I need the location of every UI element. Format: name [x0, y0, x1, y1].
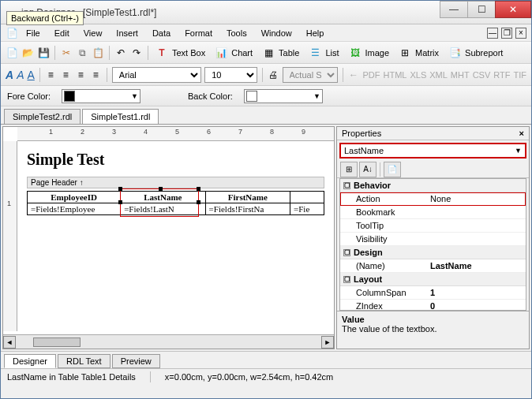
prop-row[interactable]: (Name)LastName [340, 259, 526, 273]
list-button[interactable]: ☰List [306, 45, 343, 61]
properties-panel: Properties × LastName▼ ⊞ A↓ 📄 ▢BehaviorA… [336, 126, 530, 349]
table-cell[interactable]: =Fields!FirstNa [205, 203, 290, 215]
scroll-right-icon[interactable]: ► [321, 336, 334, 349]
prop-row[interactable]: ToolTip [340, 219, 526, 233]
tab-designer[interactable]: Designer [4, 354, 56, 368]
menu-view[interactable]: View [77, 27, 109, 39]
zoom-select[interactable]: Actual Siz [283, 67, 338, 83]
undo-icon[interactable]: ↶ [114, 47, 127, 59]
prop-category[interactable]: ▢Layout [340, 273, 526, 286]
matrix-button[interactable]: ⊞Matrix [396, 45, 443, 61]
export-pdf[interactable]: PDF [362, 70, 380, 80]
properties-close-icon[interactable]: × [519, 129, 524, 138]
underline-icon[interactable]: A [27, 69, 34, 81]
maximize-button[interactable]: ☐ [467, 1, 496, 18]
subreport-button[interactable]: 📑Subreport [446, 45, 507, 61]
document-tabs: SimpleTest2.rdl SimpleTest1.rdl [1, 106, 531, 124]
tab-simpletest1[interactable]: SimpleTest1.rdl [82, 109, 159, 124]
minimize-button[interactable]: — [440, 1, 468, 18]
prop-page-icon[interactable]: 📄 [384, 162, 401, 177]
align-right-icon[interactable]: ≡ [75, 69, 87, 81]
menu-edit[interactable]: Edit [48, 27, 76, 39]
properties-description: Value The value of the textbox. [337, 311, 529, 349]
table-button[interactable]: ▦Table [260, 45, 303, 61]
status-position: x=0.00cm, y=0.00cm, w=2.54cm, h=0.42cm [165, 372, 333, 382]
cut-icon[interactable]: ✂ [60, 47, 73, 59]
back-icon[interactable]: ← [347, 69, 359, 81]
mdi-restore-icon[interactable]: ❐ [501, 28, 512, 39]
horizontal-scrollbar[interactable]: ◄ ► [3, 334, 334, 349]
menu-data[interactable]: Data [146, 27, 177, 39]
italic-icon[interactable]: A [17, 69, 24, 81]
prop-category[interactable]: ▢Design [340, 246, 526, 259]
menu-window[interactable]: Window [255, 27, 298, 39]
table-cell[interactable]: =Fie [290, 203, 324, 215]
col-header[interactable]: EmployeeID [28, 192, 121, 203]
design-canvas[interactable]: Simple Test Page Header ↑ EmployeeID Las… [17, 141, 334, 331]
page-header-band[interactable]: Page Header ↑ [27, 177, 324, 188]
prop-category[interactable]: ▢Behavior [340, 179, 526, 192]
mdi-close-icon[interactable]: × [515, 28, 526, 39]
export-rtf[interactable]: RTF [493, 70, 510, 80]
back-color-picker[interactable]: ▼ [244, 89, 323, 103]
export-tif[interactable]: TIF [513, 70, 526, 80]
export-html[interactable]: HTML [383, 70, 406, 80]
properties-object-selector[interactable]: LastName▼ [339, 143, 526, 158]
window-controls: — ☐ ✕ [440, 1, 531, 18]
chart-button[interactable]: 📊Chart [212, 45, 257, 61]
prop-row[interactable]: Bookmark [340, 206, 526, 219]
prop-row[interactable]: Visibility [340, 233, 526, 246]
properties-title: Properties × [337, 127, 529, 140]
print-icon[interactable]: 🖨 [267, 69, 279, 81]
close-button[interactable]: ✕ [495, 1, 531, 18]
tooltip: Backward (Ctrl+-) [6, 11, 84, 25]
menu-help[interactable]: Help [300, 27, 331, 39]
scroll-thumb[interactable] [33, 337, 81, 347]
prop-row[interactable]: ZIndex0 [340, 300, 526, 311]
export-csv[interactable]: CSV [473, 70, 491, 80]
toolbar-format: A A A ≡ ≡ ≡ ≡ Arial 10 🖨 Actual Siz ← PD… [1, 64, 531, 86]
prop-row[interactable]: ActionNone [340, 192, 526, 206]
font-size-select[interactable]: 10 [204, 67, 257, 83]
align-center-icon[interactable]: ≡ [60, 69, 72, 81]
mdi-minimize-icon[interactable]: — [487, 28, 498, 39]
prop-row[interactable]: ColumnSpan1 [340, 286, 526, 300]
col-header[interactable] [290, 192, 324, 203]
export-xls[interactable]: XLS [410, 70, 426, 80]
bold-icon[interactable]: A [6, 69, 13, 81]
back-color-label: Back Color: [188, 91, 233, 101]
col-header[interactable]: FirstName [205, 192, 290, 203]
copy-icon[interactable]: ⧉ [76, 47, 88, 59]
font-family-select[interactable]: Arial [112, 67, 201, 83]
view-tabs: Designer RDL Text Preview [1, 351, 531, 368]
paste-icon[interactable]: 📋 [92, 47, 104, 59]
scroll-left-icon[interactable]: ◄ [3, 336, 16, 349]
designer-pane: 1 2 3 4 5 6 7 8 9 1 Simple Test Page Hea… [2, 126, 335, 349]
align-justify-icon[interactable]: ≡ [90, 69, 102, 81]
open-icon[interactable]: 📂 [21, 47, 34, 59]
menu-format[interactable]: Format [178, 27, 219, 39]
tab-rdl-text[interactable]: RDL Text [58, 354, 111, 368]
save-icon[interactable]: 💾 [37, 47, 50, 59]
report-title[interactable]: Simple Test [27, 151, 324, 169]
align-left-icon[interactable]: ≡ [45, 69, 57, 81]
tab-simpletest2[interactable]: SimpleTest2.rdl [4, 109, 81, 124]
fore-color-picker[interactable]: ▼ [62, 89, 140, 103]
table-cell[interactable]: =Fields!Employee [28, 203, 121, 215]
selection-outline [120, 188, 199, 217]
menu-insert[interactable]: Insert [110, 27, 144, 39]
alphabetical-icon[interactable]: A↓ [359, 162, 377, 177]
export-xml[interactable]: XML [429, 70, 448, 80]
new-icon[interactable]: 📄 [6, 47, 18, 59]
menu-file[interactable]: File [20, 27, 47, 39]
image-button[interactable]: 🖼Image [347, 45, 394, 61]
redo-icon[interactable]: ↷ [130, 47, 143, 59]
status-bar: LastName in Table Table1 Details x=0.00c… [1, 368, 531, 384]
export-mht[interactable]: MHT [451, 70, 470, 80]
tab-preview[interactable]: Preview [112, 354, 160, 368]
menu-tools[interactable]: Tools [220, 27, 253, 39]
categorized-icon[interactable]: ⊞ [340, 162, 358, 177]
textbox-button[interactable]: TText Box [153, 45, 209, 61]
toolbar-main: 📄 📂 💾 ✂ ⧉ 📋 ↶ ↷ TText Box 📊Chart ▦Table … [1, 42, 531, 64]
properties-grid[interactable]: ▢BehaviorActionNoneBookmarkToolTipVisibi… [339, 178, 526, 311]
